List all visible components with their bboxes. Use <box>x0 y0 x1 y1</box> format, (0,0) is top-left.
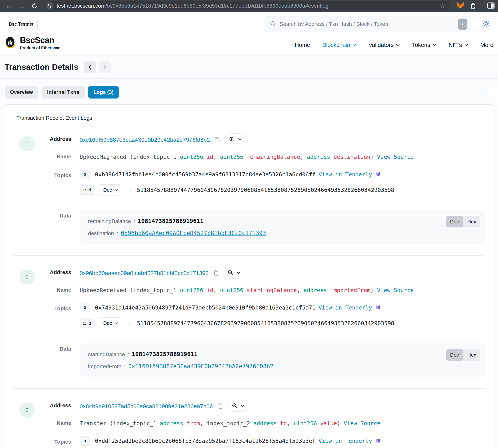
data-value: 1081473825786919611 <box>132 351 198 357</box>
view-in-tenderly-link[interactable]: View in Tenderly <box>318 438 372 444</box>
event-signature: UpkeepMigrated (index_topic_1 uint256 id… <box>80 151 485 161</box>
tab-row-overflow-button[interactable] <box>489 86 498 98</box>
prev-transaction-button[interactable] <box>84 61 96 73</box>
topic-index-badge: 0 <box>80 170 90 179</box>
name-label: Name <box>41 151 80 160</box>
topics-row: Topics 0 0xb38647142fbb1ea4c000fc4569b37… <box>41 170 485 201</box>
topics-label: Topics <box>41 436 80 445</box>
chevron-down-icon <box>241 404 245 407</box>
search-icon <box>270 20 276 28</box>
extensions-puzzle-icon[interactable] <box>469 2 477 10</box>
data-box: remainingBalance:1081473825786919611 des… <box>80 210 485 244</box>
nav-home[interactable]: Home <box>295 42 310 48</box>
view-source-link[interactable]: View Source <box>377 154 414 160</box>
logo-subtitle: Product of Etherscan <box>20 46 61 50</box>
bscscan-logo[interactable]: BscScan Product of Etherscan <box>5 36 61 50</box>
dec-hex-toggle[interactable]: DecHex <box>446 216 481 227</box>
event-signature: Transfer (index_topic_1 address from, in… <box>80 417 485 428</box>
chevron-down-icon <box>236 271 240 274</box>
view-source-link[interactable]: View Source <box>344 420 380 427</box>
address-filter-button[interactable] <box>223 267 245 278</box>
metamask-icon[interactable] <box>456 1 465 10</box>
topic-index-badge: 0 <box>80 436 90 446</box>
topic-index-badge: 1: id <box>80 319 94 328</box>
dec-hex-toggle[interactable]: DecHex <box>446 349 481 361</box>
nav-validators[interactable]: Validators <box>368 42 400 48</box>
screen: ← → testnet.bscscan.com/tx/0x85b3a147518… <box>0 0 498 448</box>
logo-title: BscScan <box>20 36 61 44</box>
site-header: Bsc Testnet / <box>0 12 498 55</box>
contract-address-link[interactable]: 0xe16df59b887e3caa439e0b29b42ba2e7976fd8… <box>80 135 210 143</box>
chevron-down-icon <box>352 44 356 46</box>
log-index-badge: 2 <box>19 402 35 418</box>
view-in-tenderly-link[interactable]: View in Tenderly <box>318 304 372 311</box>
address-label: Address <box>41 400 80 409</box>
search-input[interactable] <box>280 21 458 27</box>
name-label: Name <box>41 417 80 426</box>
topic-0: 0 0xddf252ad1be2c89b69c2b068fc378daa952b… <box>80 436 485 446</box>
nav-tokens[interactable]: Tokens <box>412 42 436 48</box>
event-log-entry-0: 0 Address 0xe16df59b887e3caa439e0b29b42b… <box>13 133 485 244</box>
hex-toggle[interactable]: Hex <box>463 216 481 227</box>
dec-toggle[interactable]: Dec <box>446 349 463 361</box>
topic-index-badge: 1: id <box>80 185 94 195</box>
topics-row: Topics 0 0xddf252ad1be2c89b69c2b068fc378… <box>41 436 485 448</box>
search-box[interactable]: / <box>265 16 470 32</box>
name-row: Name UpkeepReceived (index_topic_1 uint2… <box>41 284 485 295</box>
copy-icon[interactable] <box>217 403 223 410</box>
card-heading: Transaction Receipt Event Logs <box>17 115 485 121</box>
side-panel-icon[interactable] <box>487 2 495 10</box>
browser-reload-icon[interactable] <box>31 2 38 9</box>
event-signature: UpkeepReceived (index_topic_1 uint256 id… <box>80 284 485 295</box>
nav-nfts[interactable]: NFTs <box>449 42 468 48</box>
topic-hash: 0xddf252ad1be2c89b69c2b068fc378daa952ba7… <box>95 438 315 444</box>
address-label: Address <box>41 267 80 275</box>
chevron-down-icon <box>396 44 400 46</box>
chevron-down-icon <box>115 189 118 191</box>
event-logs-card: Transaction Receipt Event Logs 0 Address… <box>4 104 494 448</box>
address-filter-button[interactable] <box>224 133 246 145</box>
extension-area <box>456 1 495 10</box>
data-address-link[interactable]: 0x96bb60aAAec09A0FceB4527b81bbF3Cc0c1713… <box>121 230 266 237</box>
main-nav: Home Blockchain Validators Tokens NFTs M… <box>295 42 493 50</box>
chevron-down-icon <box>432 44 436 46</box>
data-value: 1081473825786919611 <box>138 218 203 224</box>
data-row: Data startingBalance:1081473825786919611… <box>41 343 485 377</box>
topic-1: 1: id Dec → 5118545788897447796043067820… <box>80 317 485 329</box>
tenderly-icon <box>374 170 382 178</box>
next-transaction-button[interactable] <box>99 61 111 73</box>
topic-format-select[interactable]: Dec <box>99 184 122 196</box>
site-settings-icon[interactable] <box>46 2 54 10</box>
page-title: Transaction Details <box>5 63 78 72</box>
dec-toggle[interactable]: Dec <box>446 216 463 227</box>
nav-more[interactable]: More <box>481 42 493 48</box>
address-filter-button[interactable] <box>227 400 249 412</box>
contract-address-link[interactable]: 0x84b9b910527ad5c03a9ca831909e21e236ea7b… <box>80 402 213 410</box>
tab-internal-txns[interactable]: Internal Txns <box>42 86 84 98</box>
address-bar[interactable]: testnet.bscscan.com/tx/0x85b3a147518719d… <box>45 1 449 11</box>
topic-0: 0 0xb38647142fbb1ea4c000fc4569b37a4e9a9f… <box>80 170 485 179</box>
contract-address-link[interactable]: 0x96bb60aaaec09a0fceb4527b81bbf3cc0c1713… <box>80 269 209 276</box>
data-row: Data remainingBalance:108147382578691961… <box>41 210 485 244</box>
arrow-right-icon: → <box>127 320 133 327</box>
browser-forward-icon[interactable]: → <box>18 2 25 10</box>
hex-toggle[interactable]: Hex <box>463 349 481 361</box>
topic-value: 5118545788897447796043067820397906085416… <box>137 320 394 327</box>
nav-blockchain[interactable]: Blockchain <box>322 42 356 48</box>
log-index-badge: 1 <box>19 269 35 285</box>
copy-icon[interactable] <box>213 270 219 277</box>
browser-back-icon[interactable]: ← <box>5 2 12 10</box>
copy-icon[interactable] <box>214 136 220 144</box>
theme-toggle-button[interactable] <box>474 16 498 32</box>
bookmark-star-icon[interactable]: ☆ <box>440 2 446 10</box>
data-label: Data <box>41 343 80 352</box>
chevron-down-icon <box>238 138 242 141</box>
tab-logs[interactable]: Logs (3) <box>88 86 119 98</box>
view-source-link[interactable]: View Source <box>377 287 414 293</box>
topic-format-select[interactable]: Dec <box>99 317 122 329</box>
title-row: Transaction Details <box>0 55 498 79</box>
tab-overview[interactable]: Overview <box>5 86 38 98</box>
view-in-tenderly-link[interactable]: View in Tenderly <box>318 171 372 178</box>
data-address-link[interactable]: 0xE16Df59B887e3Caa439E0b29B42bA2e7976FD8… <box>128 363 273 369</box>
network-badge[interactable]: Bsc Testnet <box>5 19 38 30</box>
